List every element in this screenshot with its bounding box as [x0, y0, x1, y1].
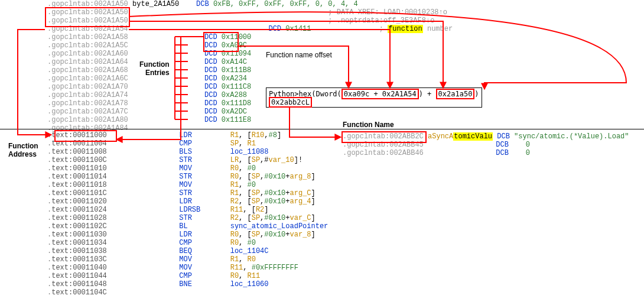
addr: .gopclntab:002A1A64 [47, 58, 128, 66]
disasm-row: .text:0001102C BL sync_atomic_LoadPointe… [47, 222, 328, 231]
disasm-row: .text:0001101C STR R1, [SP,#0x10+arg_C] [47, 189, 328, 197]
disasm-row: .text:00011048 BNE loc_11060 [47, 280, 328, 288]
label: byte_2A1A50 [132, 0, 179, 8]
opcode: DCD [204, 108, 217, 116]
highlight-box [341, 131, 427, 143]
comment: ; .noptrdata:off_3E3AF8↓o [328, 17, 434, 25]
disasm-row: .text:00011028 STR R2, [SP,#0x10+var_C] [47, 214, 328, 222]
addr: .gopclntab:002A1A58 [47, 33, 128, 41]
addr: .gopclntab:002A1A6C [47, 74, 128, 83]
operand: 0xA234 [222, 74, 247, 83]
comment-highlight: function [388, 25, 423, 33]
addr: .gopclntab:002A1A68 [47, 66, 128, 74]
opcode: DCD [204, 99, 217, 108]
addr: .gopclntab:002A1A80 [47, 116, 128, 124]
addr: .gopclntab:002A1A7C [47, 108, 128, 116]
comment-pre: ; [379, 25, 388, 33]
disasm-row: .text:00011044 CMP R0, R11 [47, 272, 328, 280]
operand: 0xA14C [222, 58, 247, 66]
disasm-row: .text:00011014 STR R0, [SP,#0x10+arg_8] [47, 173, 328, 181]
label-function-entries: Function Entries [139, 60, 170, 77]
label-func-name-offset: Function name offset [266, 51, 332, 59]
opcode: DCD [204, 116, 217, 124]
opcode: DCD [204, 66, 217, 74]
addr: .gopclntab:002A1A5C [47, 41, 128, 50]
py-end: ) [474, 90, 479, 98]
disasm-row: .text:00011038 BEQ loc_1104C [47, 247, 328, 255]
py-result: 0x2abb2cL [269, 97, 312, 108]
disasm-row: .text:00011010 MOV R0, #0 [47, 164, 328, 173]
highlight-box [45, 7, 130, 27]
addr: .gopclntab:002A1A74 [47, 91, 128, 99]
comment-post: number [423, 25, 453, 33]
operand: 0x111E8 [222, 116, 251, 124]
arg: 0 [526, 141, 530, 149]
label-line: Function [8, 142, 38, 150]
label-line: Entries [139, 69, 170, 77]
operand: 0xA288 [222, 91, 247, 99]
label-line: Address [8, 150, 38, 158]
disasm-row: .text:0001104C [47, 288, 328, 297]
disasm-row: .text:00011024 LDRSB R11, [R2] [47, 206, 328, 214]
operand: 0x1411 [285, 25, 311, 33]
operand: 0x111B8 [222, 66, 251, 74]
opcode: DCB [496, 141, 509, 149]
py-arg-sum: 0xa09c + 0x2A1A54 [341, 89, 419, 99]
py-arg-base: 0x2a1a50 [436, 89, 475, 99]
operand: 0x111D8 [222, 99, 251, 108]
disasm-row: .text:00011018 MOV R1, #0 [47, 181, 328, 189]
label-function-address: Function Address [8, 142, 38, 158]
opcode: DCB [496, 149, 509, 157]
disasm-row: .text:00011020 LDR R2, [SP,#0x10+arg_4] [47, 197, 328, 206]
python-box: Python>hex(Dword(0xa09c + 0x2A1A54) + 0x… [266, 87, 482, 108]
addr: .gopclntab:002A1A70 [47, 83, 128, 91]
opcode: DCB [497, 132, 510, 141]
comment: ; DATA XREF: LOAD:00010238↑o [328, 8, 447, 17]
name-a: aSyncA [428, 132, 453, 141]
arg: 0 [526, 149, 530, 157]
entry-addresses: .gopclntab:002A1A58 .gopclntab:002A1A5C … [47, 33, 128, 132]
opcode: DCB [196, 0, 209, 8]
addr: .gopclntab:002ABB46 [343, 149, 424, 157]
operand: 0xA2DC [222, 108, 247, 116]
label-line: Function [139, 60, 170, 69]
string: "sync/atomic.(*Value).Load" [514, 132, 629, 141]
highlight-box [54, 130, 117, 142]
disasm-row: .text:00011008 BLS loc_11088 [47, 148, 328, 156]
disasm-row: .text:00011030 LDR R0, [SP,#0x10+var_8] [47, 231, 328, 239]
disasm-row: .text:0001103C MOV R1, R0 [47, 255, 328, 264]
addr: .gopclntab:002A1A60 [47, 50, 128, 58]
opcode: DCD [204, 83, 217, 91]
operands: 0xFB, 0xFF, 0xFF, 0xFF, 0, 0, 4, 4 [213, 0, 358, 8]
disassembly: .text:00011000 LDR R1, [R10,#8].text:000… [47, 131, 328, 297]
name-b: tomicValu [453, 132, 493, 141]
disasm-row: .text:00011034 CMP R0, #0 [47, 239, 328, 247]
addr: .gopclntab:002A1A78 [47, 99, 128, 108]
opcode: DCD [204, 74, 217, 83]
py-mid: ) + [419, 90, 436, 98]
opcode: DCD [268, 25, 281, 33]
highlight-box [203, 32, 239, 52]
opcode: DCD [204, 58, 217, 66]
disasm-row: .text:0001100C STR LR, [SP,#var_10]! [47, 156, 328, 164]
disasm-row: .text:00011040 MOV R11, #0xFFFFFFFF [47, 264, 328, 272]
opcode: DCD [204, 91, 217, 99]
label-func-name: Function Name [343, 121, 394, 129]
operand: 0x111C8 [222, 83, 251, 91]
separator [0, 129, 644, 129]
